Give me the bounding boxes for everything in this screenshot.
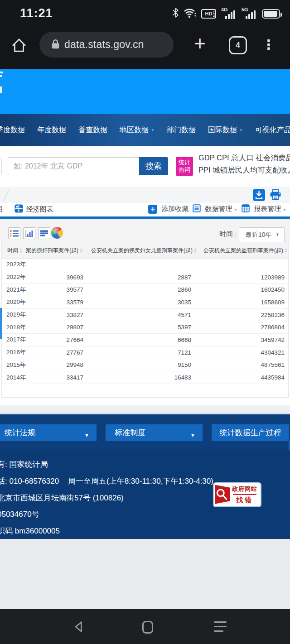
cell-value: 27664	[43, 336, 83, 343]
cell-value: 33579	[43, 299, 83, 306]
header-trafficking-cases[interactable]: 公安机关立案的拐卖妇女儿童刑事案件(起)	[91, 242, 197, 259]
header-theft-cases[interactable]: 公安机关立案的盗窃刑事案件(起)	[203, 242, 287, 259]
url-bar[interactable]: data.stats.gov.cn	[39, 32, 174, 58]
tab-economic-charts[interactable]: 经济图表	[14, 204, 53, 214]
page-background	[0, 539, 290, 609]
tab-bar: 图 经济图表 添加收藏 数据管理 报表管理	[0, 203, 290, 216]
search-section: 搜索 统计热词 GDP CPI 总人口 社会消费品零 PPI 城镇居民人均可支配…	[0, 146, 290, 187]
table-row: 2014年33417164834435984	[2, 371, 288, 384]
table-header: 时间 案的强奸刑事案件(起) 公安机关立案的拐卖妇女儿童刑事案件(起) 公安机关…	[2, 242, 288, 259]
data-manage-icon	[193, 204, 201, 214]
pie-chart-view-button[interactable]	[51, 227, 63, 239]
site-banner	[0, 69, 290, 114]
back-button[interactable]	[72, 620, 85, 635]
nav-item-department[interactable]: 部门数据	[167, 125, 196, 135]
cell-value: 1658609	[191, 299, 285, 306]
gov-error-report-badge[interactable]: 政府网站 找错	[213, 482, 261, 507]
search-input[interactable]	[8, 157, 139, 175]
sort-icon[interactable]	[194, 248, 197, 253]
badge-text-bottom: 找错	[236, 496, 253, 505]
hot-words-line2[interactable]: PPI 城镇居民人均可支配收入	[198, 164, 290, 176]
lock-icon	[52, 39, 59, 51]
wifi-icon	[184, 7, 196, 20]
add-favorite-button[interactable]: 添加收藏	[161, 205, 188, 213]
signal-4g-icon: 4G	[221, 8, 237, 19]
banner-fragment	[0, 75, 2, 77]
cell-year: 2014年	[6, 374, 43, 382]
cell-value: 29807	[43, 324, 83, 331]
chevron-decoration	[3, 188, 10, 202]
hd-volte-icon: HD12	[201, 9, 216, 19]
download-button[interactable]	[253, 189, 265, 201]
footer-link-production[interactable]: 统计数据生产过程	[212, 424, 289, 441]
home-nav-button[interactable]	[142, 621, 153, 634]
table-row: 2021年3957728601602450	[2, 284, 288, 296]
sort-icon[interactable]	[19, 248, 22, 253]
cell-value: 6668	[83, 336, 191, 343]
badge-text-top: 政府网站	[232, 485, 257, 493]
nav-item-visualization[interactable]: 可视化产品	[255, 125, 290, 135]
cell-year: 2019年	[6, 311, 43, 319]
hbar-view-button[interactable]	[38, 227, 50, 239]
cell-year: 2017年	[6, 336, 43, 344]
data-manage-button[interactable]: 数据管理	[205, 205, 237, 213]
cell-value: 4875561	[191, 361, 285, 368]
nav-item-international[interactable]: 国际数据	[208, 125, 243, 135]
chart-grid-icon	[14, 204, 23, 214]
cell-value: 9150	[83, 361, 191, 368]
header-rape-cases[interactable]: 案的强奸刑事案件(起)	[26, 242, 82, 259]
tab-count-button[interactable]: 4	[229, 36, 247, 54]
bar-chart-view-button[interactable]	[23, 227, 35, 239]
cell-year: 2015年	[6, 361, 43, 369]
nav-item-quarterly[interactable]: 季度数据	[0, 125, 25, 135]
banner-fragment	[0, 87, 2, 93]
battery-icon	[262, 9, 280, 19]
cell-year: 2018年	[6, 323, 43, 332]
header-time[interactable]: 时间	[7, 242, 22, 259]
scroll-indicator[interactable]	[0, 308, 2, 339]
table-row: 2016年2776771214304321	[2, 346, 288, 359]
table-row: 2023年	[2, 259, 288, 271]
cell-year: 2020年	[6, 298, 43, 306]
url-text: data.stats.gov.cn	[64, 38, 144, 51]
hot-words-line1[interactable]: GDP CPI 总人口 社会消费品零	[198, 152, 290, 164]
footer-dropdown-standards[interactable]: 标准制度	[106, 424, 203, 441]
table-row: 2017年2766466683459742	[2, 334, 288, 346]
time-filter-dropdown[interactable]: 最近10年	[239, 227, 285, 242]
nav-item-census[interactable]: 普查数据	[78, 125, 107, 135]
sort-icon[interactable]	[80, 248, 82, 253]
list-view-button[interactable]	[8, 227, 20, 239]
search-button[interactable]: 搜索	[139, 157, 168, 175]
cell-year: 2016年	[6, 348, 43, 356]
footer-address: 北京市西城区月坛南街57号 (100826)	[0, 493, 124, 503]
cell-value: 16483	[83, 374, 191, 381]
cell-value: 4435984	[191, 374, 285, 381]
table-row: 2022年3969328871203989	[2, 271, 288, 284]
cell-year: 2021年	[6, 286, 43, 294]
nav-item-regional[interactable]: 地区数据	[120, 125, 155, 135]
browser-home-button[interactable]	[11, 37, 27, 53]
cell-value: 3035	[83, 299, 191, 306]
cell-value: 4571	[83, 312, 191, 318]
footer-site-code: 识码 bm36000005	[0, 526, 60, 536]
clipped-tab-label[interactable]: 图	[0, 205, 3, 214]
bluetooth-icon	[173, 8, 179, 19]
recents-menu-button[interactable]	[214, 621, 227, 632]
footer-icp: 05034670号	[0, 509, 39, 519]
add-favorite-icon[interactable]	[148, 205, 157, 214]
footer-dropdown-laws[interactable]: 统计法规	[0, 424, 97, 441]
cell-value: 2860	[83, 286, 191, 293]
hot-words-links[interactable]: GDP CPI 总人口 社会消费品零 PPI 城镇居民人均可支配收入	[198, 152, 290, 179]
cell-year: 2022年	[6, 273, 43, 281]
report-manage-button[interactable]: 报表管理	[254, 205, 286, 213]
table-row: 2019年3382745712258236	[2, 309, 288, 322]
clipped-element	[0, 157, 2, 175]
sort-icon[interactable]	[285, 248, 287, 253]
chevron-down-icon	[190, 430, 195, 439]
cell-value: 33417	[43, 374, 83, 381]
view-toolbar: 时间 : 最近10年	[0, 219, 290, 242]
new-tab-button[interactable]	[189, 30, 210, 59]
print-button[interactable]	[269, 189, 282, 201]
nav-item-annual[interactable]: 年度数据	[37, 125, 66, 135]
browser-menu-button[interactable]	[262, 34, 276, 57]
